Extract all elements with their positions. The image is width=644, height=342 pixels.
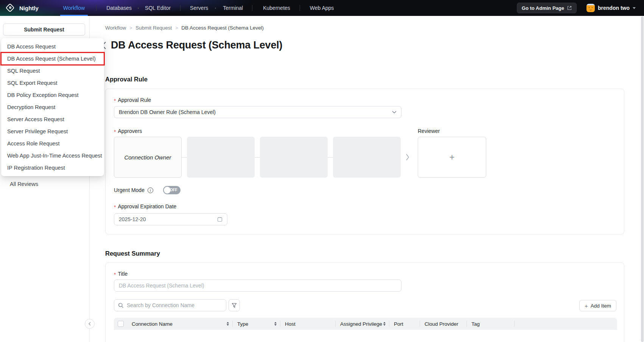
- approval-rule-section-heading: Approval Rule: [105, 76, 148, 83]
- menu-item-db-access-request-schema-level[interactable]: DB Access Request (Schema Level): [1, 53, 104, 65]
- step-connector: [182, 157, 187, 158]
- sidebar-collapse-button[interactable]: [85, 319, 95, 329]
- request-summary-section-heading: Request Summary: [105, 250, 160, 257]
- menu-item-db-policy-exception-request[interactable]: DB Policy Exception Request: [1, 89, 104, 101]
- filter-button[interactable]: [229, 299, 240, 311]
- search-icon: [118, 303, 124, 308]
- reviewer-label: Reviewer: [418, 128, 440, 134]
- menu-item-sql-export-request[interactable]: SQL Export Request: [1, 77, 104, 89]
- menu-item-sql-request[interactable]: SQL Request: [1, 65, 104, 77]
- nightly-logo-icon: [6, 3, 15, 12]
- urgent-mode-row: Urgent Mode i OFF: [114, 186, 180, 194]
- nav-item-databases[interactable]: Databases: [105, 0, 133, 16]
- search-input[interactable]: [127, 302, 222, 308]
- connection-search-box[interactable]: [114, 299, 226, 311]
- submit-request-button[interactable]: Submit Request: [3, 23, 85, 36]
- column-header-assigned-privilege[interactable]: Assigned Privilege: [336, 318, 389, 330]
- approval-rule-label-text: Approval Rule: [118, 97, 151, 103]
- admin-button-label: Go to Admin Page: [522, 5, 564, 11]
- add-item-button[interactable]: + Add Item: [579, 300, 616, 311]
- connections-table-header: Connection Name Type Host Assigned Privi…: [114, 318, 617, 330]
- column-label: Port: [394, 321, 403, 327]
- title-input[interactable]: [114, 280, 401, 292]
- user-menu[interactable]: brendon two: [586, 4, 636, 12]
- plus-icon: +: [585, 303, 588, 309]
- menu-item-ip-registration-request[interactable]: IP Registration Request: [1, 162, 104, 174]
- nav-item-web-apps[interactable]: Web Apps: [308, 0, 336, 16]
- flow-chevron-right-icon: [406, 153, 409, 163]
- chevron-down-icon: [392, 111, 397, 114]
- plus-icon: +: [449, 152, 454, 162]
- page-scrollbar[interactable]: [641, 16, 644, 342]
- submit-request-menu: DB Access Request DB Access Request (Sch…: [1, 38, 104, 176]
- required-asterisk: *: [114, 98, 116, 104]
- nav-divider: [252, 5, 252, 11]
- nav-item-workflow[interactable]: Workflow: [60, 0, 88, 16]
- nav-item-sql-editor[interactable]: SQL Editor: [143, 0, 172, 16]
- breadcrumb-current: DB Access Request (Schema Level): [181, 25, 264, 31]
- column-header-cloud-provider: Cloud Provider: [420, 318, 467, 330]
- approver-step-empty: [333, 137, 401, 178]
- external-link-icon: [567, 6, 572, 10]
- column-header-connection-name[interactable]: Connection Name: [127, 318, 233, 330]
- column-header-host: Host: [280, 318, 336, 330]
- chevron-left-icon: [88, 322, 91, 326]
- date-value-field[interactable]: [119, 216, 217, 222]
- sort-icon: [383, 322, 386, 326]
- column-label: Cloud Provider: [425, 321, 458, 327]
- sidebar-item-all-reviews[interactable]: All Reviews: [10, 181, 38, 187]
- breadcrumb-submit-request[interactable]: Submit Request: [135, 25, 172, 31]
- approval-rule-select-value: Brendon DB Owner Rule (Schema Level): [119, 109, 216, 115]
- column-label: Host: [285, 321, 296, 327]
- column-header-type[interactable]: Type: [233, 318, 280, 330]
- info-icon: i: [148, 187, 153, 193]
- nav-divider: [96, 5, 96, 11]
- step-connector: [328, 157, 333, 158]
- menu-item-access-role-request[interactable]: Access Role Request: [1, 137, 104, 150]
- approver-step-empty: [187, 137, 255, 178]
- add-reviewer-button[interactable]: +: [418, 137, 486, 178]
- required-asterisk: *: [114, 272, 116, 278]
- nav-divider: [300, 5, 300, 11]
- nav-item-servers[interactable]: Servers: [188, 0, 210, 16]
- nav-item-terminal[interactable]: Terminal: [221, 0, 244, 16]
- approval-expiration-date-input[interactable]: [114, 213, 227, 225]
- column-label: Tag: [471, 321, 480, 327]
- menu-item-web-app-jit-access-request[interactable]: Web App Just-In-Time Access Request: [1, 150, 104, 162]
- app-window: Nightly Workflow Databases SQL Editor Se…: [0, 0, 644, 342]
- sort-icon: [227, 322, 229, 326]
- menu-item-server-privilege-request[interactable]: Server Privilege Request: [1, 125, 104, 137]
- avatar: [586, 4, 595, 12]
- breadcrumb-workflow[interactable]: Workflow: [105, 25, 126, 31]
- page-title-row: DB Access Request (Schema Level): [101, 39, 282, 51]
- select-all-checkbox[interactable]: [118, 321, 124, 327]
- toggle-state-label: OFF: [170, 188, 177, 192]
- top-nav: Nightly Workflow Databases SQL Editor Se…: [0, 0, 644, 16]
- approver-step-empty: [260, 137, 328, 178]
- column-label: Type: [237, 321, 248, 327]
- required-asterisk: *: [114, 129, 116, 135]
- menu-item-db-access-request[interactable]: DB Access Request: [1, 41, 104, 53]
- page-title: DB Access Request (Schema Level): [111, 39, 282, 51]
- menu-item-server-access-request[interactable]: Server Access Request: [1, 113, 104, 125]
- urgent-mode-toggle[interactable]: OFF: [163, 186, 180, 194]
- approval-rule-card: * Approval Rule Brendon DB Owner Rule (S…: [105, 89, 624, 234]
- nav-dot: [215, 8, 216, 9]
- nav-item-kubernetes[interactable]: Kubernetes: [261, 0, 292, 16]
- request-summary-card: * Title + Add Item: [105, 262, 624, 342]
- approval-rule-field-label: * Approval Rule: [114, 97, 151, 103]
- title-label-text: Title: [118, 271, 128, 277]
- column-header-port: Port: [389, 318, 420, 330]
- sort-icon: [274, 322, 277, 326]
- nav-dot: [138, 8, 139, 9]
- column-header-empty: [515, 318, 617, 330]
- step-connector: [255, 157, 260, 158]
- menu-item-decryption-request[interactable]: Decryption Request: [1, 101, 104, 113]
- go-to-admin-page-button[interactable]: Go to Admin Page: [517, 3, 577, 13]
- filter-funnel-icon: [232, 303, 237, 308]
- approval-rule-select[interactable]: Brendon DB Owner Rule (Schema Level): [114, 106, 401, 118]
- approvers-field-label: * Approvers: [114, 128, 142, 134]
- calendar-icon: [217, 217, 222, 222]
- column-header-tag: Tag: [467, 318, 515, 330]
- brand-name: Nightly: [19, 5, 39, 11]
